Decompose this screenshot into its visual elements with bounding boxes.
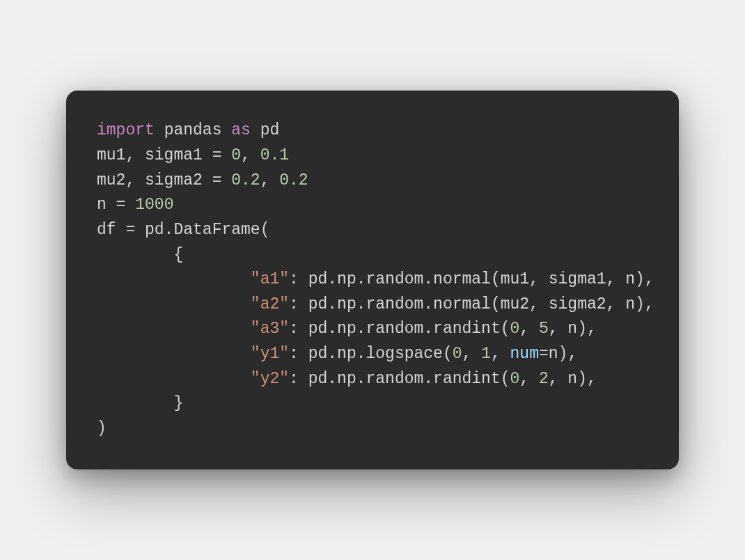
- code-line-4: n = 1000: [97, 196, 173, 214]
- code-block: import pandas as pd mu1, sigma1 = 0, 0.1…: [97, 118, 648, 441]
- code-line-7: "a1": pd.np.random.normal(mu1, sigma1, n…: [97, 270, 654, 288]
- code-card: import pandas as pd mu1, sigma1 = 0, 0.1…: [66, 91, 679, 469]
- code-line-11: "y2": pd.np.random.randint(0, 2, n),: [97, 370, 597, 388]
- code-line-1: import pandas as pd: [97, 121, 279, 139]
- code-line-6: {: [97, 246, 183, 264]
- code-line-10: "y1": pd.np.logspace(0, 1, num=n),: [97, 345, 577, 363]
- code-line-5: df = pd.DataFrame(: [97, 221, 269, 239]
- code-line-8: "a2": pd.np.random.normal(mu2, sigma2, n…: [97, 295, 654, 313]
- code-line-9: "a3": pd.np.random.randint(0, 5, n),: [97, 320, 597, 338]
- code-line-12: }: [97, 394, 183, 412]
- code-line-13: ): [97, 419, 107, 437]
- code-line-3: mu2, sigma2 = 0.2, 0.2: [97, 171, 308, 189]
- code-line-2: mu1, sigma1 = 0, 0.1: [97, 146, 289, 164]
